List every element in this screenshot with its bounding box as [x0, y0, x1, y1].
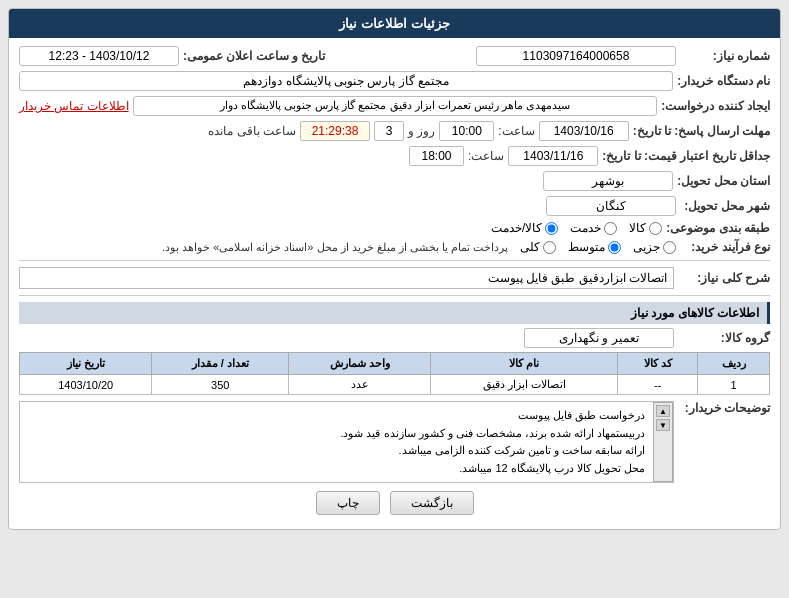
mohlat-baqi-label: ساعت باقی مانده: [208, 124, 296, 138]
radio-kala[interactable]: کالا: [629, 221, 662, 235]
card-header: جزئیات اطلاعات نیاز: [9, 9, 780, 38]
tozi-line4: محل تحویل کالا درب پالایشگاه 12 میباشد.: [459, 462, 645, 474]
radio-jozi[interactable]: جزیی: [633, 240, 676, 254]
radio-khedmat-label: خدمت: [570, 221, 601, 235]
shomare-niaz-value: 1103097164000658: [476, 46, 676, 66]
jadval-saat: 18:00: [409, 146, 464, 166]
noe-farayand-label: نوع فرآیند خرید:: [680, 240, 770, 254]
mohlat-date: 1403/10/16: [539, 121, 629, 141]
noe-farayand-radio-group: جزیی متوسط کلی: [520, 240, 676, 254]
divider-2: [19, 295, 770, 296]
scroll-down-btn[interactable]: ▼: [656, 419, 670, 431]
cell-tedad: 350: [152, 375, 289, 395]
jadval-saat-label: ساعت:: [468, 149, 504, 163]
notes-container: ▲ ▼ درخواست طبق فایل پیوست دربیستمهاد ار…: [19, 401, 674, 483]
col-radif: ردیف: [698, 353, 770, 375]
group-kala-row: گروه کالا: تعمیر و نگهداری: [19, 328, 770, 348]
page-title: جزئیات اطلاعات نیاز: [339, 16, 449, 31]
col-kod-kala: کد کالا: [618, 353, 698, 375]
btn-chap[interactable]: چاپ: [316, 491, 380, 515]
mohlat-roz-label: روز و: [408, 124, 435, 138]
nam-dastgah-row: نام دستگاه خریدار: مجتمع گاز پارس جنوبی …: [19, 71, 770, 91]
nam-dastgah-value: مجتمع گاز پارس جنوبی پالایشگاه دوازدهم: [19, 71, 673, 91]
table-row: 1 -- اتصالات ابزار دقیق عدد 350 1403/10/…: [20, 375, 770, 395]
radio-kala-khedmat-label: کالا/خدمت: [491, 221, 542, 235]
cell-vahed: عدد: [288, 375, 430, 395]
ostan-value: بوشهر: [543, 171, 673, 191]
mohlat-baqi: 21:29:38: [300, 121, 370, 141]
jadval-date: 1403/11/16: [508, 146, 598, 166]
col-nam-kala: نام کالا: [431, 353, 618, 375]
radio-kala-label: کالا: [629, 221, 646, 235]
jadval-label: جداقل تاریخ اعتبار قیمت: تا تاریخ:: [602, 149, 770, 163]
mohlat-roz: 3: [374, 121, 404, 141]
radio-koli-label: کلی: [520, 240, 540, 254]
radio-koli-input[interactable]: [543, 241, 556, 254]
radio-khedmat-input[interactable]: [604, 222, 617, 235]
ijad-konande-row: ایجاد کننده درخواست: سیدمهدی ماهر رئیس ت…: [19, 96, 770, 116]
radio-koli[interactable]: کلی: [520, 240, 556, 254]
radio-kala-khedmat-input[interactable]: [545, 222, 558, 235]
notes-row: توضیحات خریدار: ▲ ▼ درخواست طبق فایل پیو…: [19, 401, 770, 483]
cell-tarikh: 1403/10/20: [20, 375, 152, 395]
btn-row: بازگشت چاپ: [19, 491, 770, 521]
ijad-konande-value: سیدمهدی ماهر رئیس تعمرات ابزار دقیق مجتم…: [133, 96, 658, 116]
radio-motavaret-label: متوسط: [568, 240, 605, 254]
radio-motavaret-input[interactable]: [608, 241, 621, 254]
table-header: ردیف کد کالا نام کالا واحد شمارش تعداد /…: [20, 353, 770, 375]
tarikh-elan-value: 1403/10/12 - 12:23: [19, 46, 179, 66]
tabaqe-radio-group: کالا خدمت کالا/خدمت: [491, 221, 662, 235]
scroll-controls: ▲ ▼: [653, 402, 673, 482]
cell-radif: 1: [698, 375, 770, 395]
main-card: جزئیات اطلاعات نیاز شماره نیاز: 11030971…: [8, 8, 781, 530]
serh-row: شرح کلی نیاز: اتصالات ابزاردقیق طبق فایل…: [19, 267, 770, 289]
shahr-value: کنگان: [546, 196, 676, 216]
table-body: 1 -- اتصالات ابزار دقیق عدد 350 1403/10/…: [20, 375, 770, 395]
radio-kala-khedmat[interactable]: کالا/خدمت: [491, 221, 558, 235]
mohlat-saat: 10:00: [439, 121, 494, 141]
radio-motavaret[interactable]: متوسط: [568, 240, 621, 254]
farayand-note: پرداخت تمام یا بخشی از مبلغ خرید از محل …: [162, 241, 508, 254]
serh-label: شرح کلی نیاز:: [680, 271, 770, 285]
col-tedad: تعداد / مقدار: [152, 353, 289, 375]
tozi-line1: درخواست طبق فایل پیوست: [518, 409, 645, 421]
tabaqe-label: طبقه بندی موضوعی:: [666, 221, 770, 235]
radio-khedmat[interactable]: خدمت: [570, 221, 617, 235]
noe-farayand-row: نوع فرآیند خرید: جزیی متوسط کلی پ: [19, 240, 770, 254]
page-wrapper: جزئیات اطلاعات نیاز شماره نیاز: 11030971…: [0, 0, 789, 538]
mohlat-row: مهلت ارسال پاسخ: تا تاریخ: 1403/10/16 سا…: [19, 121, 770, 141]
radio-kala-input[interactable]: [649, 222, 662, 235]
ostan-row: استان محل تحویل: بوشهر: [19, 171, 770, 191]
cell-nam: اتصالات ابزار دقیق: [431, 375, 618, 395]
shahr-row: شهر محل تحویل: کنگان: [19, 196, 770, 216]
ijad-konande-label: ایجاد کننده درخواست:: [661, 99, 770, 113]
radio-jozi-input[interactable]: [663, 241, 676, 254]
mohlat-label: مهلت ارسال پاسخ: تا تاریخ:: [633, 124, 770, 138]
etelaattamas-link[interactable]: اطلاعات تماس خریدار: [19, 99, 129, 113]
scroll-up-btn[interactable]: ▲: [656, 405, 670, 417]
shomare-niaz-row: شماره نیاز: 1103097164000658 تاریخ و ساع…: [19, 46, 770, 66]
col-vahed: واحد شمارش: [288, 353, 430, 375]
tozi-line3: ارائه سابقه ساخت و تامین شرکت کننده الزا…: [398, 444, 645, 456]
nam-dastgah-label: نام دستگاه خریدار:: [677, 74, 770, 88]
tozi-text: درخواست طبق فایل پیوست دربیستمهاد ارائه …: [20, 402, 653, 482]
mohlat-saat-label: ساعت:: [498, 124, 534, 138]
cell-kod: --: [618, 375, 698, 395]
kalahamoredniaz-title: اطلاعات کالاهای مورد نیاز: [19, 302, 770, 324]
serh-value: اتصالات ابزاردقیق طبق فایل پیوست: [19, 267, 674, 289]
divider-1: [19, 260, 770, 261]
kala-table: ردیف کد کالا نام کالا واحد شمارش تعداد /…: [19, 352, 770, 395]
tozi-label: توضیحات خریدار:: [680, 401, 770, 415]
card-body: شماره نیاز: 1103097164000658 تاریخ و ساع…: [9, 38, 780, 529]
tabaqe-row: طبقه بندی موضوعی: کالا خدمت کالا/خدمت: [19, 221, 770, 235]
radio-jozi-label: جزیی: [633, 240, 660, 254]
tozi-line2: دربیستمهاد ارائه شده برند، مشخصات فنی و …: [340, 427, 645, 439]
shahr-label: شهر محل تحویل:: [680, 199, 770, 213]
jadval-row: جداقل تاریخ اعتبار قیمت: تا تاریخ: 1403/…: [19, 146, 770, 166]
tarikh-elan-label: تاریخ و ساعت اعلان عمومی:: [183, 49, 325, 63]
group-kala-label: گروه کالا:: [680, 331, 770, 345]
btn-bazgasht[interactable]: بازگشت: [390, 491, 474, 515]
shomare-niaz-label: شماره نیاز:: [680, 49, 770, 63]
ostan-label: استان محل تحویل:: [677, 174, 770, 188]
col-tarikh: تاریخ نیاز: [20, 353, 152, 375]
